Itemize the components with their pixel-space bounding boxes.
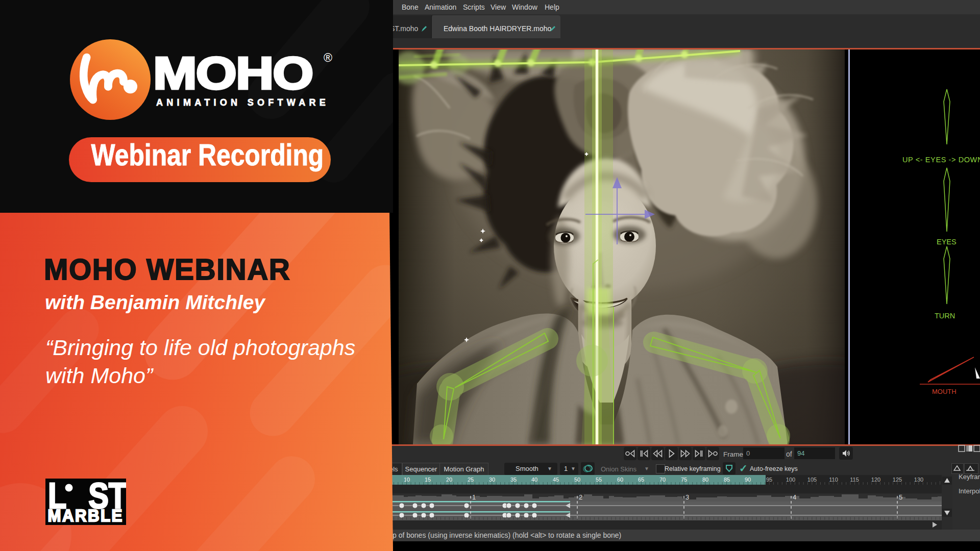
svg-text:3: 3 [685,493,689,501]
svg-text:TURN: TURN [935,312,955,320]
svg-text:2: 2 [579,493,582,501]
svg-text:UP <- EYES -> DOWN: UP <- EYES -> DOWN [902,156,980,164]
svg-text:5: 5 [899,493,902,501]
svg-text:MARBLE: MARBLE [48,506,124,525]
svg-text:4: 4 [793,493,796,501]
svg-text:1: 1 [472,493,476,501]
svg-text:EYES: EYES [937,238,957,246]
svg-text:MOUTH: MOUTH [932,388,957,395]
